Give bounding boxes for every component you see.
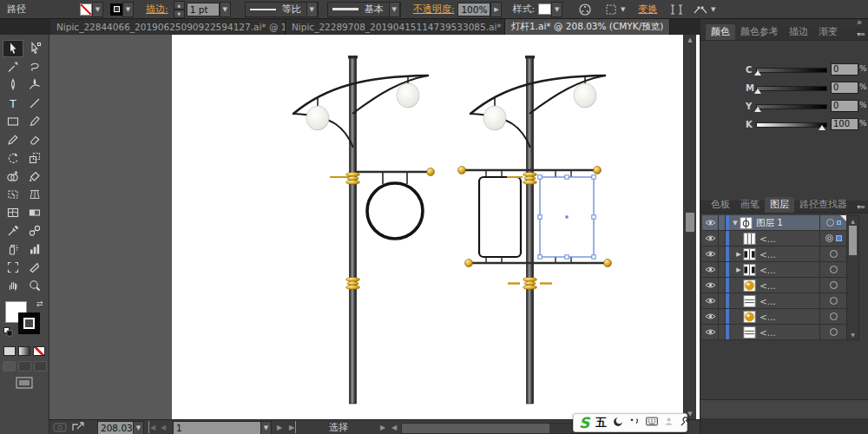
- visibility-toggle[interactable]: [702, 247, 719, 261]
- layer-row[interactable]: ▼图层 1: [702, 215, 846, 231]
- document-tab-1[interactable]: Nipic_22844066_20190625090922594127.ai* …: [50, 19, 286, 35]
- mesh-tool[interactable]: [3, 204, 23, 221]
- gradient-tool[interactable]: [24, 204, 45, 221]
- align-icon[interactable]: [669, 3, 684, 16]
- visibility-toggle[interactable]: [702, 309, 719, 324]
- select-similar-caret-icon[interactable]: ▼: [618, 3, 628, 16]
- tab-color[interactable]: 颜色: [706, 24, 735, 40]
- layers-scroll-down-icon[interactable]: ▼: [847, 332, 858, 338]
- lock-cell[interactable]: [719, 262, 726, 277]
- fill-caret-icon[interactable]: ▼: [92, 2, 103, 17]
- magenta-slider-thumb[interactable]: [754, 89, 761, 94]
- layer-label[interactable]: <...: [760, 233, 819, 244]
- draw-normal-button[interactable]: [3, 361, 16, 372]
- black-slider-thumb[interactable]: [819, 125, 825, 130]
- fill-none-swatch[interactable]: [80, 3, 92, 16]
- gradient-button[interactable]: [18, 346, 30, 356]
- target-icon[interactable]: [829, 327, 838, 337]
- color-panel-menu-icon[interactable]: ▾≡: [857, 30, 865, 38]
- document-tab-active[interactable]: 灯杆1.ai* @ 208.03% (CMYK/预览) ×: [505, 19, 670, 35]
- direct-selection-tool[interactable]: [24, 40, 45, 57]
- magenta-slider-track[interactable]: [756, 86, 827, 91]
- lock-cell[interactable]: [719, 247, 726, 261]
- left-lamp[interactable]: [293, 56, 435, 404]
- target-icon[interactable]: [829, 280, 838, 290]
- none-button[interactable]: [33, 346, 45, 356]
- share-icon[interactable]: [72, 421, 85, 433]
- scroll-up-icon[interactable]: ▲: [684, 36, 696, 43]
- opacity-input[interactable]: 100%: [457, 3, 490, 16]
- ime-punctuation-icon[interactable]: [629, 417, 640, 430]
- ime-softkeyboard-icon[interactable]: [646, 417, 658, 429]
- layer-row[interactable]: ▶<...: [702, 262, 846, 278]
- target-icon[interactable]: [829, 312, 838, 321]
- stroke-link[interactable]: 描边:: [146, 3, 168, 16]
- visibility-toggle[interactable]: [702, 262, 719, 277]
- ime-mode-wubi[interactable]: 五: [595, 415, 607, 431]
- layer-row[interactable]: <...: [702, 309, 846, 325]
- live-paint-selection-tool[interactable]: [3, 186, 23, 203]
- lock-cell[interactable]: [719, 309, 726, 324]
- type-tool[interactable]: T: [3, 95, 23, 112]
- style-caret-icon[interactable]: ▼: [551, 2, 562, 17]
- stroke-weight-stepper[interactable]: ▲ ▼: [174, 1, 185, 18]
- artboard-tool[interactable]: [3, 259, 23, 276]
- opacity-link[interactable]: 不透明度:: [413, 3, 455, 16]
- visibility-toggle[interactable]: [702, 278, 719, 293]
- eraser-tool[interactable]: [24, 131, 45, 148]
- tab-layers[interactable]: 图层: [765, 197, 794, 213]
- layer-row[interactable]: <...: [702, 293, 846, 309]
- layers-scroll-up-icon[interactable]: ▲: [847, 218, 858, 224]
- rectangle-tool[interactable]: [3, 113, 23, 130]
- ime-logo[interactable]: S: [579, 416, 589, 431]
- lasso-tool[interactable]: [24, 58, 45, 76]
- black-slider-track[interactable]: [756, 122, 827, 128]
- selection-tool[interactable]: [3, 40, 23, 57]
- layer-label[interactable]: <...: [760, 327, 819, 338]
- first-artboard-icon[interactable]: ◀: [148, 421, 155, 433]
- stroke-swatch-control[interactable]: ▼: [110, 2, 134, 17]
- stroke-weight-input[interactable]: 1 pt: [187, 3, 220, 16]
- right-lamp[interactable]: [458, 56, 612, 404]
- pen-tool[interactable]: [3, 76, 23, 94]
- tab-gradient[interactable]: 渐变: [813, 24, 843, 40]
- banner-selected[interactable]: [538, 175, 595, 259]
- draw-inside-button[interactable]: [34, 361, 47, 372]
- shape-builder-tool[interactable]: [3, 168, 23, 185]
- magic-wand-tool[interactable]: [3, 58, 23, 76]
- arrange-caret-icon[interactable]: ▼: [708, 3, 718, 16]
- eyedropper-tool[interactable]: [3, 222, 23, 240]
- tab-swatches[interactable]: 色板: [706, 197, 735, 213]
- width-profile-select[interactable]: 等比 ▼: [245, 2, 319, 17]
- layers-scroll-thumb[interactable]: [849, 226, 857, 255]
- document-canvas[interactable]: ▲ ▼: [49, 35, 700, 419]
- next-artboard-icon[interactable]: ▶: [277, 421, 282, 433]
- layer-row[interactable]: ▶<...: [702, 247, 846, 262]
- lock-cell[interactable]: [719, 278, 726, 293]
- brush-caret-icon[interactable]: ▼: [389, 2, 400, 17]
- status-expand-icon[interactable]: ▶: [380, 421, 385, 433]
- tab-stroke[interactable]: 描边: [784, 24, 813, 40]
- device-preview-icon[interactable]: [53, 421, 67, 433]
- lock-cell[interactable]: [719, 293, 726, 308]
- curvature-tool[interactable]: [24, 76, 45, 94]
- ime-fullwidth-moon-icon[interactable]: [613, 417, 623, 430]
- blend-tool[interactable]: [24, 222, 45, 240]
- perspective-grid-tool[interactable]: [24, 186, 45, 203]
- hscroll-left-icon[interactable]: ◀: [391, 421, 397, 433]
- collapse-panels-icon[interactable]: »: [857, 17, 862, 27]
- lock-cell[interactable]: [719, 231, 726, 246]
- hand-tool[interactable]: [3, 277, 23, 294]
- lower-panel-menu-icon[interactable]: ▾≡: [857, 203, 865, 211]
- layer-label[interactable]: <...: [760, 249, 819, 260]
- layer-label[interactable]: <...: [760, 296, 819, 306]
- tab-color-guide[interactable]: 颜色参考: [735, 24, 784, 40]
- document-tab-2[interactable]: Nipic_22289708_20190415114739533085.ai* …: [286, 19, 505, 35]
- layer-label[interactable]: <...: [760, 280, 819, 291]
- artboard-caret-icon[interactable]: ▼: [260, 421, 272, 434]
- expander-icon[interactable]: ▶: [734, 251, 743, 258]
- last-artboard-icon[interactable]: ▶: [289, 421, 296, 433]
- scale-tool[interactable]: [24, 149, 45, 167]
- yellow-value-input[interactable]: 0: [831, 100, 858, 112]
- visibility-toggle[interactable]: [702, 325, 719, 339]
